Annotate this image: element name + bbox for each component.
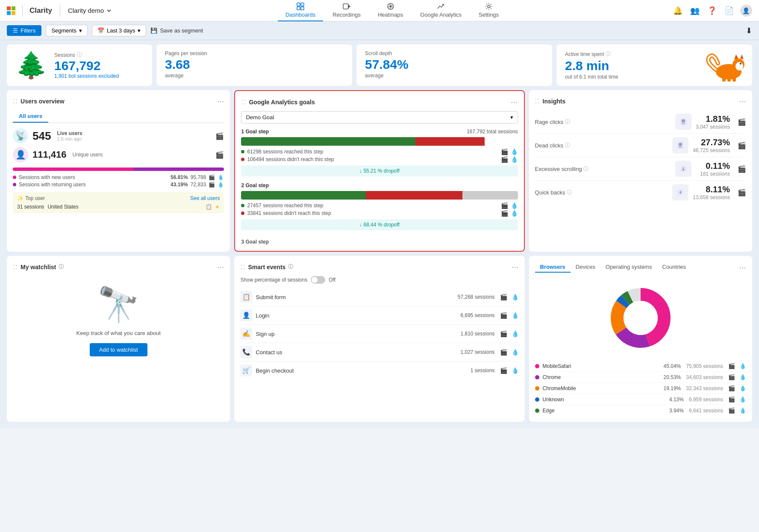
unique-record-icon[interactable]: 🎬 [215, 151, 224, 159]
project-selector[interactable]: Clarity demo [68, 7, 112, 14]
smart-events-info-icon[interactable]: ⓘ [288, 263, 293, 270]
smart-event-record-icon[interactable]: 🎬 [500, 312, 507, 319]
quick-backs-info-icon[interactable]: ⓘ [567, 189, 572, 196]
sessions-value: 167,792 [54, 59, 119, 73]
browser-pct: 3.94% [669, 408, 684, 414]
top-user-record-icon[interactable]: 📋 [206, 204, 212, 210]
browsers-menu[interactable]: ··· [739, 262, 746, 272]
browser-filter-icon[interactable]: 💧 [739, 374, 746, 380]
tab-all-users[interactable]: All users [13, 110, 48, 123]
rage-clicks-info-icon[interactable]: ⓘ [565, 118, 570, 126]
watchlist-menu[interactable]: ··· [217, 262, 224, 272]
quick-backs-record-icon[interactable]: 🎬 [738, 188, 746, 197]
browser-filter-icon[interactable]: 💧 [739, 407, 746, 414]
users-overview-menu[interactable]: ··· [217, 96, 224, 106]
rage-clicks-record-icon[interactable]: 🎬 [738, 118, 746, 126]
notifications-icon[interactable]: 🔔 [672, 5, 684, 17]
smart-event-filter-icon[interactable]: 💧 [512, 367, 519, 374]
ga-goals-menu[interactable]: ··· [511, 97, 518, 107]
goal-bar-2-gray [462, 191, 518, 200]
top-user-section: ✨ Top user See all users 31 sessions Uni… [13, 192, 224, 213]
returning-users-filter-icon[interactable]: 💧 [218, 182, 224, 188]
smart-event-record-icon[interactable]: 🎬 [500, 349, 507, 356]
lastdays-button[interactable]: 📅 Last 3 days ▾ [92, 25, 147, 36]
download-icon[interactable]: ⬇ [746, 26, 752, 35]
smart-event-filter-icon[interactable]: 💧 [512, 312, 519, 319]
tab-browsers[interactable]: Browsers [535, 262, 571, 273]
help-icon[interactable]: ❓ [706, 5, 718, 17]
excessive-scrolling-record-icon[interactable]: 🎬 [738, 165, 746, 173]
nav-recordings[interactable]: Recordings [325, 0, 368, 21]
goal-2-nr-filter-icon[interactable]: 💧 [511, 210, 518, 217]
smart-event-record-icon[interactable]: 🎬 [500, 294, 507, 300]
smart-event-filter-icon[interactable]: 💧 [512, 294, 519, 300]
nav-dashboards[interactable]: Dashboards [278, 0, 323, 21]
document-icon[interactable]: 📄 [723, 5, 735, 17]
goal-bar-2-green [241, 191, 365, 200]
returning-users-record-icon[interactable]: 🎬 [209, 182, 215, 188]
goal-step-1: 1 Goal step 167,792 total sessions 61298… [241, 129, 518, 176]
browser-name: ChromeMobile [543, 385, 660, 391]
user-avatar[interactable]: 👤 [740, 5, 752, 17]
goal-1-record-icon[interactable]: 🎬 [501, 148, 508, 155]
browser-record-icon[interactable]: 🎬 [728, 374, 735, 380]
quick-backs-stats: 8.11% 13,658 sessions [693, 185, 730, 200]
browser-filter-icon[interactable]: 💧 [739, 385, 746, 391]
dead-clicks-record-icon[interactable]: 🎬 [738, 141, 746, 150]
browser-dot [535, 397, 539, 402]
goal-1-filter-icon[interactable]: 💧 [511, 148, 518, 155]
excessive-scrolling-info-icon[interactable]: ⓘ [583, 165, 588, 173]
browser-record-icon[interactable]: 🎬 [728, 363, 735, 369]
filters-button[interactable]: ☰ Filters [7, 25, 41, 36]
goal-bar-2-red [366, 191, 462, 200]
insights-drag-handle: :: [535, 97, 540, 106]
goal-2-filter-icon[interactable]: 💧 [511, 202, 518, 209]
goal-1-nr-record-icon[interactable]: 🎬 [501, 156, 508, 163]
record-icon[interactable]: 🎬 [215, 132, 224, 140]
browser-filter-icon[interactable]: 💧 [739, 396, 746, 403]
goal-2-nr-record-icon[interactable]: 🎬 [501, 210, 508, 217]
goal-1-nr-filter-icon[interactable]: 💧 [511, 156, 518, 163]
watchlist-info-icon[interactable]: ⓘ [59, 263, 64, 270]
browser-record-icon[interactable]: 🎬 [728, 407, 735, 414]
goal-reached-dot [241, 150, 244, 153]
active-time-info-icon[interactable]: ⓘ [606, 50, 611, 58]
nav-settings[interactable]: Settings [471, 0, 506, 21]
insights-menu[interactable]: ··· [739, 96, 746, 106]
goal-2-not-reached: 33841 sessions didn't reach this step 🎬 … [241, 210, 518, 217]
tab-devices[interactable]: Devices [571, 262, 600, 273]
browser-record-icon[interactable]: 🎬 [728, 385, 735, 391]
smart-event-filter-icon[interactable]: 💧 [512, 330, 519, 337]
new-users-record-icon[interactable]: 🎬 [209, 174, 215, 180]
top-user-sessions: 31 sessions [17, 204, 44, 210]
ga-goal-dropdown[interactable]: Demo Goal ▾ [241, 111, 518, 123]
segments-button[interactable]: Segments ▾ [46, 25, 88, 36]
watchlist-card: :: My watchlist ⓘ ··· 🔭 Keep track of wh… [7, 256, 230, 422]
browser-record-icon[interactable]: 🎬 [728, 396, 735, 403]
dead-clicks-info-icon[interactable]: ⓘ [565, 142, 570, 149]
browser-pct: 4.13% [669, 397, 684, 403]
toggle-knob [312, 277, 318, 283]
add-watchlist-button[interactable]: Add to watchlist [90, 343, 147, 356]
see-all-users-link[interactable]: See all users [190, 195, 220, 201]
users-overview-title: Users overview [21, 98, 65, 105]
goal-2-record-icon[interactable]: 🎬 [501, 202, 508, 209]
new-users-filter-icon[interactable]: 💧 [218, 174, 224, 180]
browser-filter-icon[interactable]: 💧 [739, 363, 746, 369]
nav-google-analytics[interactable]: Google Analytics [412, 0, 469, 21]
nav-dashboards-label: Dashboards [285, 12, 315, 18]
calendar-icon: 📅 [97, 27, 104, 34]
tab-countries[interactable]: Countries [657, 262, 691, 273]
top-user-star-icon[interactable]: ★ [215, 204, 220, 210]
smart-event-filter-icon[interactable]: 💧 [512, 349, 519, 356]
smart-event-record-icon[interactable]: 🎬 [500, 330, 507, 337]
smart-events-menu[interactable]: ··· [512, 262, 519, 272]
save-segment-button[interactable]: 💾 Save as segment [150, 27, 203, 34]
nav-heatmaps[interactable]: Heatmaps [370, 0, 411, 21]
microsoft-logo [7, 6, 15, 15]
tab-operating-systems[interactable]: Operating systems [600, 262, 657, 273]
smart-event-record-icon[interactable]: 🎬 [500, 367, 507, 374]
sessions-info-icon[interactable]: ⓘ [77, 51, 82, 59]
show-percentage-toggle[interactable] [311, 276, 325, 284]
share-icon[interactable]: 👥 [689, 5, 701, 17]
